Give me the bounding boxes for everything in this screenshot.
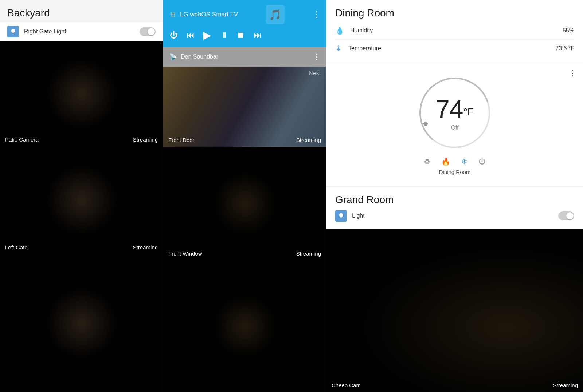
- dining-room-header: Dining Room: [335, 7, 574, 22]
- cheep-cam-label: Cheep Cam: [332, 382, 361, 388]
- thermostat-circle[interactable]: 74°F Off: [415, 73, 495, 153]
- right-gate-light-label: Right Gate Light: [24, 28, 140, 35]
- front-window-camera-status: Streaming: [296, 250, 321, 257]
- grand-room-light-label: Light: [352, 213, 558, 219]
- music-icon-box: 🎵: [266, 5, 285, 24]
- prev-button[interactable]: ⏮: [186, 30, 195, 41]
- dining-room-title: Dining Room: [335, 7, 394, 19]
- front-door-camera-status: Streaming: [296, 137, 321, 143]
- tv-name-label: LG webOS Smart TV: [180, 11, 238, 18]
- left-gate-camera-status: Streaming: [133, 244, 158, 250]
- grand-room-light-toggle[interactable]: [558, 211, 574, 220]
- temperature-icon: 🌡: [335, 44, 343, 52]
- patio-camera-feed[interactable]: Patio Camera Streaming: [0, 41, 163, 146]
- temp-unit: °F: [463, 106, 474, 118]
- soundbar-menu-button[interactable]: ⋮: [312, 52, 320, 62]
- thermostat-modes: ♻ 🔥 ❄ ⏻: [424, 157, 486, 166]
- tv-media-card: 🖥 LG webOS Smart TV 🎵 ⋮ ⏻ ⏮ ▶ ⏸ ⏹ ⏭: [163, 0, 326, 47]
- humidity-label: Humidity: [350, 27, 563, 34]
- grand-room-title: Grand Room: [335, 194, 394, 205]
- left-gate-camera-feed[interactable]: Left Gate Streaming: [0, 146, 163, 254]
- temp-number: 74: [436, 95, 463, 123]
- power-button[interactable]: ⏻: [169, 30, 179, 41]
- music-note-icon: 🎵: [269, 9, 282, 21]
- thermostat-status: Off: [436, 124, 474, 131]
- tv-menu-button[interactable]: ⋮: [312, 10, 320, 19]
- front-door-camera-label: Front Door: [168, 137, 195, 143]
- nest-label: Nest: [309, 70, 321, 76]
- cheep-cam-feed[interactable]: Cheep Cam Streaming: [326, 229, 583, 392]
- grand-room-light-row: Light: [335, 206, 574, 223]
- thermostat-display: 74°F Off ♻ 🔥 ❄ ⏻ Dining Room: [335, 69, 574, 179]
- cast-icon: 📡: [169, 53, 177, 61]
- dining-room-sensors: Dining Room 💧 Humidity 55% 🌡 Temperature…: [326, 0, 583, 63]
- front-window-camera-label: Front Window: [168, 250, 202, 257]
- next-button[interactable]: ⏭: [253, 30, 262, 41]
- right-gate-light-row: Right Gate Light: [0, 22, 163, 41]
- play-button[interactable]: ▶: [203, 28, 212, 42]
- thermostat-card: ⋮ 74°F Off ♻ 🔥 ❄ ⏻: [326, 63, 583, 186]
- humidity-icon: 💧: [335, 26, 344, 35]
- right-section: Dining Room 💧 Humidity 55% 🌡 Temperature…: [326, 0, 583, 392]
- soundbar-name: 📡 Den Soundbar: [169, 53, 218, 61]
- backyard-header: Backyard: [0, 0, 163, 22]
- pause-button[interactable]: ⏸: [219, 30, 229, 41]
- cool-mode-icon[interactable]: ❄: [461, 157, 467, 166]
- light-icon: [7, 26, 19, 37]
- left-gate-camera-label: Left Gate: [5, 244, 28, 250]
- temperature-label: Temperature: [348, 45, 555, 52]
- cheep-cam-status: Streaming: [553, 382, 578, 388]
- thermostat-room-label: Dining Room: [439, 169, 471, 175]
- grand-room-section: Grand Room Light: [326, 187, 583, 229]
- tv-device-name: 🖥 LG webOS Smart TV: [169, 11, 238, 19]
- thermostat-menu-button[interactable]: ⋮: [568, 68, 576, 78]
- left-cam3-feed[interactable]: [0, 254, 163, 392]
- tv-media-top: 🖥 LG webOS Smart TV 🎵 ⋮: [169, 5, 320, 24]
- patio-camera-label: Patio Camera: [5, 136, 39, 143]
- humidity-value: 55%: [563, 27, 574, 34]
- humidity-row: 💧 Humidity 55%: [335, 22, 574, 40]
- front-window-camera-feed[interactable]: Front Window Streaming: [163, 147, 326, 260]
- svg-point-2: [423, 122, 428, 126]
- heat-mode-icon[interactable]: 🔥: [441, 157, 450, 166]
- thermostat-temp: 74°F: [436, 95, 474, 123]
- patio-camera-status: Streaming: [133, 136, 158, 143]
- backyard-title: Backyard: [7, 7, 50, 19]
- eco-mode-icon[interactable]: ♻: [424, 157, 430, 166]
- grand-room-light-icon: [335, 210, 347, 222]
- thermostat-temp-display: 74°F Off: [436, 95, 474, 131]
- off-mode-icon[interactable]: ⏻: [478, 157, 486, 166]
- stop-button[interactable]: ⏹: [236, 30, 246, 41]
- soundbar-row[interactable]: 📡 Den Soundbar ⋮: [163, 47, 326, 67]
- mid-cam3-feed[interactable]: [163, 260, 326, 392]
- front-door-camera-feed[interactable]: Nest Front Door Streaming: [163, 67, 326, 147]
- media-front-section: 🖥 LG webOS Smart TV 🎵 ⋮ ⏻ ⏮ ▶ ⏸ ⏹ ⏭ 📡 De…: [163, 0, 326, 392]
- soundbar-label: Den Soundbar: [181, 54, 218, 60]
- tv-icon: 🖥: [169, 11, 176, 19]
- tv-media-controls: ⏻ ⏮ ▶ ⏸ ⏹ ⏭: [169, 28, 320, 42]
- backyard-section: Backyard Right Gate Light Patio Camera S…: [0, 0, 163, 392]
- temperature-row: 🌡 Temperature 73.6 °F: [335, 40, 574, 57]
- right-gate-light-toggle[interactable]: [140, 27, 156, 36]
- temperature-value: 73.6 °F: [555, 45, 574, 52]
